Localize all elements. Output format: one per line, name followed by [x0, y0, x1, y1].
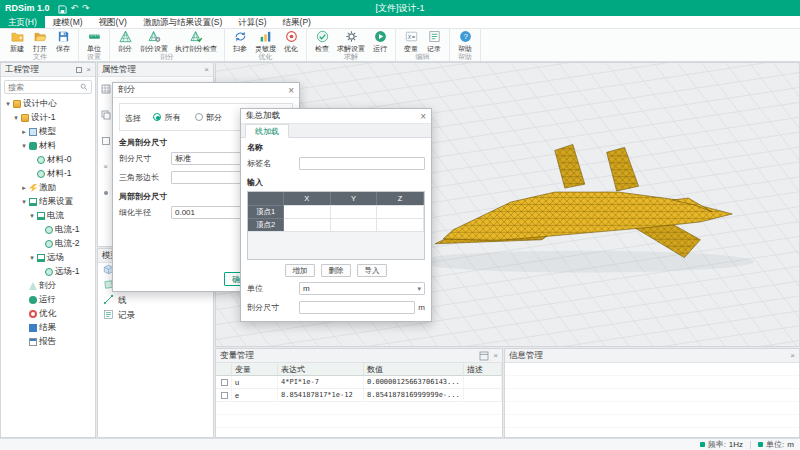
menu-tab[interactable]: 建模(M) [45, 16, 91, 28]
expander-icon[interactable]: ▾ [12, 114, 20, 122]
search-input[interactable] [8, 83, 80, 92]
close-icon[interactable]: × [288, 83, 294, 98]
close-icon[interactable]: × [790, 349, 795, 363]
radio-partial-icon[interactable] [195, 113, 203, 121]
redo-icon[interactable]: ↷ [82, 0, 90, 16]
tree-item[interactable]: 电流-2 [1, 237, 95, 251]
coordinate-cell[interactable] [377, 218, 424, 231]
radio-all-icon[interactable] [153, 113, 161, 121]
load-dialog-titlebar[interactable]: 集总加载 × [241, 109, 431, 124]
variable-name[interactable]: e [232, 389, 278, 402]
menu-tab[interactable]: 主页(H) [0, 16, 45, 28]
ribbon-mesh-check-button[interactable]: 执行剖分检查 [173, 30, 219, 54]
tree-item[interactable]: ▾设计-1 [1, 111, 95, 125]
menu-tab[interactable]: 结果(P) [275, 16, 319, 28]
variable-name[interactable]: u [232, 376, 278, 389]
tag-name-input[interactable] [299, 157, 425, 170]
ribbon-mesh-button[interactable]: 剖分 [115, 30, 135, 54]
expander-icon[interactable]: ▾ [4, 100, 12, 108]
tree-item[interactable]: ▸模型 [1, 125, 95, 139]
ribbon-optimize-button[interactable]: 优化 [281, 30, 301, 54]
add-button[interactable]: 增加 [285, 264, 315, 277]
tree-item[interactable]: 剖分 [1, 279, 95, 293]
close-icon[interactable]: × [493, 349, 498, 363]
ribbon-folder-new-button[interactable]: 新建 [7, 30, 27, 54]
expander-icon[interactable]: ▸ [20, 184, 28, 192]
frequency-label: 频率: [708, 439, 726, 450]
ruler-icon [88, 30, 101, 43]
grid-icon[interactable] [100, 83, 111, 94]
ribbon-ruler-button[interactable]: 单位 [84, 30, 104, 54]
variable-description[interactable] [464, 389, 502, 402]
tree-item[interactable]: 报告 [1, 335, 95, 349]
variable-row[interactable]: u4*PI*1e-70.00000125663706143... [216, 376, 502, 389]
tree-item[interactable]: 运行 [1, 293, 95, 307]
mesh-size-input[interactable] [299, 301, 415, 314]
variable-value[interactable]: 0.00000125663706143... [364, 376, 464, 389]
variable-value[interactable]: 8.854187816999999e-... [364, 389, 464, 402]
quick-save-icon[interactable] [58, 2, 67, 14]
ribbon-save-button[interactable]: 保存 [53, 30, 73, 54]
tree-item[interactable]: ▾远场 [1, 251, 95, 265]
coordinate-cell[interactable] [284, 218, 331, 231]
tree-item[interactable]: 材料-1 [1, 167, 95, 181]
expander-icon[interactable]: ▸ [20, 128, 28, 136]
expand-icon[interactable] [478, 350, 489, 361]
dot-icon[interactable] [100, 187, 111, 198]
box-icon[interactable] [100, 135, 111, 146]
ribbon-check-button[interactable]: 检查 [312, 30, 332, 54]
expander-icon[interactable]: ▾ [28, 212, 36, 220]
delete-button[interactable]: 删除 [321, 264, 351, 277]
menu-tab[interactable]: 视图(V) [91, 16, 135, 28]
coordinate-cell[interactable] [331, 205, 378, 218]
variable-expression[interactable]: 8.854187817*1e-12 [278, 389, 364, 402]
ribbon-run-button[interactable]: 运行 [370, 30, 390, 54]
import-button[interactable]: 导入 [357, 264, 387, 277]
variable-expression[interactable]: 4*PI*1e-7 [278, 376, 364, 389]
variable-row[interactable]: e8.854187817*1e-128.854187816999999e-... [216, 389, 502, 402]
menu-tab[interactable]: 计算(S) [230, 16, 274, 28]
radio-all[interactable]: 所有 [153, 112, 180, 123]
close-icon[interactable]: × [420, 109, 426, 124]
ribbon-folder-open-button[interactable]: 打开 [30, 30, 50, 54]
tree-item[interactable]: 电流-1 [1, 223, 95, 237]
ribbon-sensitivity-button[interactable]: 灵敏度 [253, 30, 278, 54]
tree-item[interactable]: ▾设计中心 [1, 97, 95, 111]
layers-icon[interactable] [100, 109, 111, 120]
tree-item[interactable]: ▾材料 [1, 139, 95, 153]
model-item[interactable]: 线 [98, 293, 213, 308]
checkbox[interactable] [221, 379, 228, 386]
menu-tab[interactable]: 激励源与结果设置(S) [135, 16, 230, 28]
mesh-dialog-titlebar[interactable]: 剖分 × [113, 83, 299, 98]
checkbox[interactable] [221, 392, 228, 399]
ribbon-help-button[interactable]: ?帮助 [455, 30, 475, 54]
tree-item[interactable]: ▸激励 [1, 181, 95, 195]
unit-select[interactable]: m▾ [299, 282, 425, 295]
ribbon-gear-button[interactable]: 求解设置 [335, 30, 367, 54]
coordinate-cell[interactable] [377, 205, 424, 218]
tree-item[interactable]: 材料-0 [1, 153, 95, 167]
expander-icon[interactable]: ▾ [20, 198, 28, 206]
expander-icon[interactable]: ▾ [28, 254, 36, 262]
tree-item[interactable]: 优化 [1, 307, 95, 321]
delete-icon[interactable]: × [100, 161, 111, 172]
radio-partial[interactable]: 部分 [195, 112, 222, 123]
ribbon-record-button[interactable]: 记录 [424, 30, 444, 54]
pin-icon[interactable] [76, 67, 82, 73]
tree-item[interactable]: ▾电流 [1, 209, 95, 223]
model-item[interactable]: 记录 [98, 308, 213, 323]
close-icon[interactable]: × [86, 63, 91, 77]
coordinate-cell[interactable] [284, 205, 331, 218]
tree-item[interactable]: 结果 [1, 321, 95, 335]
close-icon[interactable]: × [204, 63, 209, 77]
tree-item[interactable]: 远场-1 [1, 265, 95, 279]
ribbon-mesh-settings-button[interactable]: 剖分设置 [138, 30, 170, 54]
undo-icon[interactable]: ↶ [71, 0, 79, 16]
expander-icon[interactable]: ▾ [20, 142, 28, 150]
ribbon-sweep-button[interactable]: 扫参 [230, 30, 250, 54]
tree-item[interactable]: ▾结果设置 [1, 195, 95, 209]
tab-line-load[interactable]: 线加载 [245, 124, 289, 138]
ribbon-variable-button[interactable]: x=变量 [401, 30, 421, 54]
coordinate-cell[interactable] [331, 218, 378, 231]
variable-description[interactable] [464, 376, 502, 389]
